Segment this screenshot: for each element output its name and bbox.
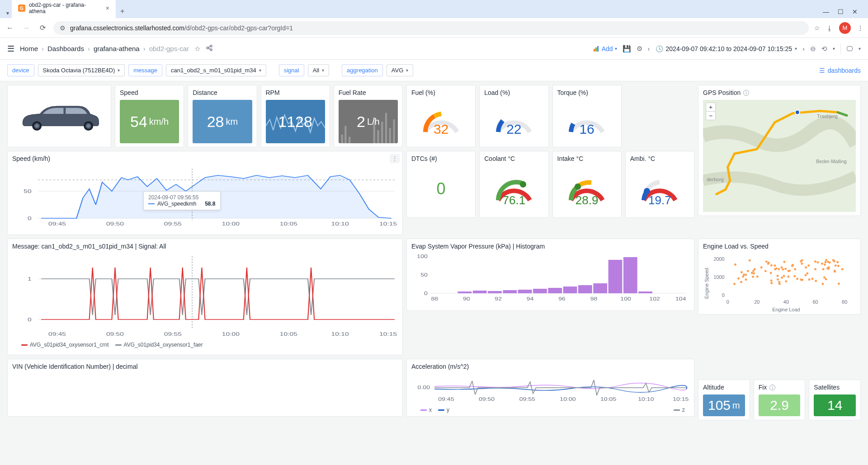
svg-text:10:10: 10:10 bbox=[331, 331, 349, 337]
refresh-dropdown-icon[interactable]: ▾ bbox=[833, 46, 835, 51]
map-zoom-out[interactable]: − bbox=[706, 112, 715, 120]
window-close-icon[interactable]: ✕ bbox=[852, 8, 858, 15]
fix-stat[interactable]: Fixi 2.9 bbox=[754, 380, 806, 420]
site-info-icon[interactable]: ⚙ bbox=[60, 24, 66, 32]
tab-close-icon[interactable]: × bbox=[106, 5, 109, 12]
var-message-select[interactable]: can1_obd2_s_m01_s01pid_m34▾ bbox=[166, 64, 266, 76]
info-icon[interactable]: i bbox=[743, 90, 749, 96]
time-forward-icon[interactable]: › bbox=[802, 45, 805, 52]
browser-tab[interactable]: G obd2-gps-car - grafana-athena × bbox=[12, 0, 116, 18]
add-panel-button[interactable]: Add ▾ bbox=[594, 45, 617, 52]
info-icon[interactable]: i bbox=[769, 385, 775, 390]
time-back-icon[interactable]: ‹ bbox=[648, 45, 650, 52]
load-gauge-panel[interactable]: Load (%) 22 bbox=[479, 85, 548, 147]
share-dashboard-icon[interactable] bbox=[206, 44, 213, 53]
legend-item[interactable]: AVG_s01pid34_oxysensor1_crnt bbox=[21, 342, 109, 348]
breadcrumb-dashboards[interactable]: Dashboards bbox=[47, 45, 84, 52]
satellites-stat[interactable]: Satellites 14 bbox=[809, 380, 861, 420]
tab-title: obd2-gps-car - grafana-athena bbox=[29, 2, 102, 14]
altitude-stat[interactable]: Altitude 105m bbox=[698, 380, 750, 420]
tab-dropdown-icon[interactable]: ▾ bbox=[6, 10, 9, 16]
svg-text:10:05: 10:05 bbox=[280, 221, 297, 226]
legend-item[interactable]: y bbox=[438, 407, 449, 413]
svg-point-10 bbox=[35, 124, 39, 128]
breadcrumb-folder[interactable]: grafana-athena bbox=[94, 45, 140, 52]
svg-text:0: 0 bbox=[424, 291, 428, 296]
profile-avatar[interactable]: M bbox=[839, 22, 851, 34]
svg-text:40: 40 bbox=[783, 299, 789, 305]
svg-point-98 bbox=[733, 283, 736, 285]
downloads-icon[interactable]: ⭳ bbox=[826, 24, 833, 32]
tv-dropdown-icon[interactable]: ▾ bbox=[859, 46, 861, 51]
distance-stat-panel[interactable]: Distance 28km bbox=[188, 85, 257, 147]
refresh-icon[interactable]: ⟲ bbox=[821, 45, 827, 53]
new-tab-button[interactable]: + bbox=[116, 5, 129, 18]
rpm-stat-panel[interactable]: RPM 1128 bbox=[261, 85, 330, 147]
gps-map-panel[interactable]: GPS Positioni + − Trasbjerg Beder-Mallin… bbox=[698, 85, 861, 216]
nav-forward-icon[interactable]: → bbox=[21, 24, 32, 32]
vin-panel[interactable]: VIN (Vehicle Identification Number) | de… bbox=[7, 359, 403, 417]
time-range-picker[interactable]: 🕓 2024-09-07 09:42:10 to 2024-09-07 10:1… bbox=[656, 45, 797, 52]
svg-rect-19 bbox=[381, 122, 383, 143]
svg-rect-14 bbox=[341, 135, 343, 143]
svg-text:09:45: 09:45 bbox=[48, 331, 66, 337]
zoom-out-icon[interactable]: ⊖ bbox=[810, 45, 816, 53]
acceleration-panel[interactable]: Acceleration (m/s^2) 0.00 09:4509:50 09:… bbox=[406, 359, 694, 417]
svg-point-106 bbox=[760, 266, 763, 268]
svg-text:10:15: 10:15 bbox=[379, 331, 397, 337]
svg-text:92: 92 bbox=[495, 296, 502, 301]
svg-point-146 bbox=[734, 263, 736, 266]
torque-gauge-panel[interactable]: Torque (%) 16 bbox=[552, 85, 622, 147]
window-minimize-icon[interactable]: — bbox=[823, 8, 829, 15]
save-dashboard-icon[interactable]: 💾 bbox=[623, 45, 631, 53]
tv-mode-icon[interactable]: 🖵 bbox=[846, 45, 853, 52]
svg-text:90: 90 bbox=[463, 296, 470, 301]
nav-reload-icon[interactable]: ⟳ bbox=[37, 23, 48, 32]
url-input[interactable]: ⚙ grafana.csselectronics.stellarhosted.c… bbox=[53, 21, 809, 35]
window-maximize-icon[interactable]: ☐ bbox=[837, 8, 844, 15]
speed-timeseries-panel[interactable]: Speed (km/h) ⋮ 0 50 09:45 09:50 09:55 10… bbox=[7, 151, 403, 235]
svg-point-113 bbox=[783, 261, 785, 263]
legend-item[interactable]: AVG_s01pid34_oxysensor1_faer bbox=[115, 342, 203, 348]
scatter-panel[interactable]: Engine Load vs. Speed Engine Speed Engin… bbox=[698, 239, 861, 315]
svg-text:0: 0 bbox=[722, 292, 725, 298]
intake-panel[interactable]: Intake °C 28.9 bbox=[552, 151, 622, 218]
legend-item[interactable]: z bbox=[674, 407, 685, 413]
svg-point-137 bbox=[770, 264, 773, 267]
svg-point-177 bbox=[765, 261, 768, 263]
menu-toggle-icon[interactable]: ☰ bbox=[7, 44, 14, 54]
var-message-label: message bbox=[128, 64, 162, 76]
svg-point-124 bbox=[841, 268, 844, 270]
star-dashboard-icon[interactable]: ☆ bbox=[194, 45, 200, 53]
svg-point-160 bbox=[768, 262, 770, 264]
var-signal-select[interactable]: All▾ bbox=[308, 64, 329, 76]
nav-back-icon[interactable]: ← bbox=[5, 24, 15, 32]
panel-menu-icon[interactable]: ⋮ bbox=[390, 154, 400, 163]
grafana-favicon-icon: G bbox=[18, 5, 25, 12]
legend-item[interactable]: x bbox=[420, 407, 432, 413]
ambi-panel[interactable]: Ambi. °C 19.7 bbox=[625, 151, 694, 218]
dashboards-link[interactable]: ☰ dashboards bbox=[819, 67, 861, 74]
var-aggregation-select[interactable]: AVG▾ bbox=[387, 64, 414, 76]
map-zoom-in[interactable]: + bbox=[706, 103, 715, 112]
speed-stat-panel[interactable]: Speed 54km/h bbox=[115, 85, 184, 147]
map-canvas[interactable]: + − Trasbjerg Beder-Malling derborg bbox=[703, 100, 856, 212]
dtcs-panel[interactable]: DTCs (#) 0 bbox=[406, 151, 476, 218]
settings-icon[interactable]: ⚙ bbox=[637, 45, 642, 53]
svg-rect-58 bbox=[473, 291, 487, 293]
fuelrate-stat-panel[interactable]: Fuel Rate 2L/h bbox=[334, 85, 403, 147]
bookmark-star-icon[interactable]: ☆ bbox=[814, 24, 820, 32]
fuel-gauge-panel[interactable]: Fuel (%) 32 bbox=[406, 85, 476, 147]
svg-text:09:55: 09:55 bbox=[519, 396, 535, 402]
template-variables-bar: device Skoda Octavia (7512BE4D)▾ message… bbox=[0, 60, 868, 81]
svg-text:80: 80 bbox=[842, 299, 847, 305]
breadcrumb-home[interactable]: Home bbox=[20, 45, 38, 52]
evap-histogram-panel[interactable]: Evap System Vapor Pressure (kPa) | Histo… bbox=[406, 239, 694, 311]
message-signal-panel[interactable]: Message: can1_obd2_s_m01_s01pid_m34 | Si… bbox=[7, 239, 403, 355]
var-device-select[interactable]: Skoda Octavia (7512BE4D)▾ bbox=[38, 64, 125, 76]
svg-point-118 bbox=[805, 266, 807, 268]
browser-menu-icon[interactable]: ⋮ bbox=[857, 24, 863, 32]
svg-text:10:00: 10:00 bbox=[560, 396, 576, 402]
svg-text:0: 0 bbox=[28, 216, 32, 221]
coolant-panel[interactable]: Coolant °C 76.1 bbox=[479, 151, 548, 218]
